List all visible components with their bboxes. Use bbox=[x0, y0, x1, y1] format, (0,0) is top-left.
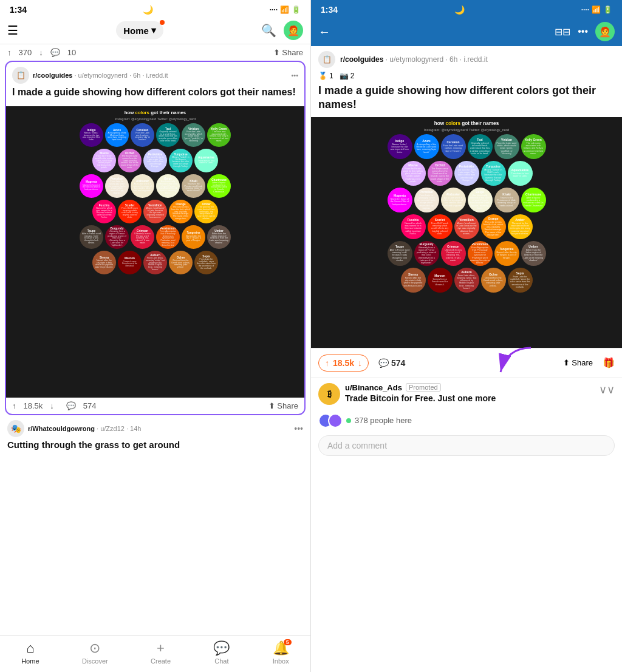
nav-discover[interactable]: ⊙ Discover bbox=[82, 640, 108, 665]
nav-create[interactable]: + Create bbox=[151, 640, 171, 665]
header-actions: ⊟⊟ ••• 🧑‍🦰 bbox=[555, 22, 615, 41]
right-battery-icon: 🔋 bbox=[603, 5, 612, 14]
right-subreddit[interactable]: r/coolguides bbox=[340, 55, 383, 64]
award1-count: 1 bbox=[329, 72, 333, 80]
right-subreddit-icon: 📋 bbox=[318, 51, 335, 68]
post-time: · 6h · bbox=[129, 72, 146, 79]
right-post-image: how colors got their namesInstagram: @et… bbox=[311, 117, 622, 348]
wifi-icon: 📶 bbox=[280, 5, 289, 14]
avatar[interactable]: 🧑‍🦰 bbox=[284, 21, 303, 40]
right-post-title: I made a guide showing how different col… bbox=[311, 81, 622, 117]
subreddit-name[interactable]: r/coolguides bbox=[33, 72, 72, 79]
discover-icon: ⊙ bbox=[89, 640, 100, 656]
upvote-icon[interactable]: ↑ bbox=[7, 48, 12, 57]
more-options-icon[interactable]: ••• bbox=[578, 26, 588, 37]
comment-input[interactable]: Add a comment bbox=[318, 435, 615, 456]
award2-icon: 📷 bbox=[340, 72, 349, 80]
vote-score-top: 370 bbox=[19, 48, 32, 57]
right-source: i.redd.it bbox=[463, 55, 487, 64]
comment-icon-top: 💬 bbox=[50, 48, 60, 57]
menu-icon[interactable]: ☰ bbox=[7, 23, 18, 38]
nav-home-label: Home bbox=[21, 657, 39, 665]
second-time: · 14h bbox=[126, 425, 141, 432]
upvote-bottom[interactable]: ↑ bbox=[12, 401, 16, 410]
nav-chat[interactable]: 💬 Chat bbox=[213, 640, 230, 665]
nav-inbox-label: Inbox bbox=[273, 657, 289, 665]
right-status-icons: ···· 📶 🔋 bbox=[581, 5, 612, 14]
sponsored-post: ₿ u/Binance_Ads Promoted Trade Bitcoin f… bbox=[311, 378, 622, 410]
post-image: how colors got their namesInstagram: @et… bbox=[6, 106, 304, 398]
right-moon-icon: 🌙 bbox=[454, 5, 465, 15]
right-comment-count: 💬 574 bbox=[378, 358, 405, 368]
right-vote-section: ↑ 18.5k ↓ 💬 574 ⬆ Share 🎁 bbox=[311, 348, 622, 378]
sponsor-name: u/Binance_Ads bbox=[345, 383, 402, 392]
back-button[interactable]: ← bbox=[318, 25, 330, 39]
subreddit-icon: 📋 bbox=[12, 67, 29, 84]
left-moon-icon: 🌙 bbox=[143, 5, 153, 15]
second-post-meta: 🎭 r/Whatcouldgowrong · u/Zzd12 · 14h ••• bbox=[7, 420, 303, 437]
right-status-bar: 1:34 🌙 ···· 📶 🔋 bbox=[311, 0, 622, 17]
second-user: · u/Zzd12 bbox=[97, 425, 125, 432]
online-count: 378 people here bbox=[355, 416, 412, 425]
nav-inbox[interactable]: 🔔 5 Inbox bbox=[273, 640, 289, 665]
left-time: 1:34 bbox=[10, 5, 27, 15]
left-panel: 1:34 🌙 ···· 📶 🔋 ☰ Home ▾ 🔍 🧑‍🦰 ↑ 370 ↓ 💬… bbox=[0, 0, 311, 672]
filter-icon[interactable]: ⊟⊟ bbox=[555, 26, 570, 38]
main-post-card[interactable]: 📋 r/coolguides · u/etymologynerd · 6h · … bbox=[5, 61, 306, 415]
nav-home[interactable]: ⌂ Home bbox=[21, 640, 39, 665]
left-status-bar: 1:34 🌙 ···· 📶 🔋 bbox=[0, 0, 310, 17]
second-subreddit[interactable]: r/Whatcouldgowrong bbox=[28, 425, 95, 432]
left-status-icons: ···· 📶 🔋 bbox=[270, 5, 301, 14]
sponsored-title: Trade Bitcoin for Free. Just one more bbox=[345, 393, 594, 403]
right-wifi-icon: 📶 bbox=[592, 5, 601, 14]
second-post-title: Cutting through the grass to get around bbox=[7, 440, 303, 450]
right-score: 18.5k bbox=[333, 358, 354, 368]
home-label: Home bbox=[123, 25, 149, 36]
second-post[interactable]: 🎭 r/Whatcouldgowrong · u/Zzd12 · 14h •••… bbox=[0, 415, 310, 455]
nav-discover-label: Discover bbox=[82, 657, 108, 665]
comment-count-bottom: 574 bbox=[83, 401, 97, 410]
chat-icon: 💬 bbox=[213, 640, 230, 656]
online-users-bar: 378 people here bbox=[311, 410, 622, 432]
notification-dot bbox=[160, 20, 165, 25]
top-vote-bar: ↑ 370 ↓ 💬 10 ⬆ Share bbox=[0, 44, 310, 61]
score-bottom: 18.5k bbox=[24, 401, 43, 410]
home-icon: ⌂ bbox=[26, 640, 34, 656]
share-bottom[interactable]: ⬆ Share bbox=[268, 401, 298, 410]
second-more-icon[interactable]: ••• bbox=[294, 424, 303, 433]
collapse-button[interactable]: ∨∨ bbox=[599, 383, 615, 396]
right-top-nav: ← ⊟⊟ ••• 🧑‍🦰 bbox=[311, 17, 622, 46]
right-user: · u/etymologynerd bbox=[386, 55, 443, 64]
search-icon[interactable]: 🔍 bbox=[261, 23, 276, 38]
downvote-bottom[interactable]: ↓ bbox=[50, 401, 54, 410]
second-post-avatar: 🎭 bbox=[7, 420, 24, 437]
comment-count-top: 10 bbox=[67, 48, 76, 57]
binance-logo: ₿ bbox=[318, 383, 340, 405]
gift-button[interactable]: 🎁 bbox=[603, 357, 615, 368]
post-title: I made a guide showing how different col… bbox=[12, 86, 298, 99]
online-dot bbox=[346, 418, 351, 423]
award-1: 🏅 1 bbox=[318, 72, 333, 80]
purple-arrow-indicator bbox=[494, 345, 543, 384]
right-post-meta: 📋 r/coolguides · u/etymologynerd · 6h · … bbox=[311, 46, 622, 70]
home-button[interactable]: Home ▾ bbox=[116, 21, 163, 39]
post-actions-bottom: ↑ 18.5k ↓ 💬 574 ⬆ Share bbox=[6, 398, 304, 414]
share-button-top[interactable]: ⬆ Share bbox=[273, 48, 303, 57]
more-options-icon[interactable]: ••• bbox=[291, 72, 298, 79]
chevron-down-icon: ▾ bbox=[151, 25, 156, 36]
signal-icon: ···· bbox=[270, 5, 278, 14]
vote-pill[interactable]: ↑ 18.5k ↓ bbox=[318, 355, 369, 372]
nav-inbox-badge: 5 bbox=[284, 639, 292, 645]
comment-placeholder: Add a comment bbox=[327, 441, 387, 450]
create-icon: + bbox=[157, 640, 165, 656]
post-meta: 📋 r/coolguides · u/etymologynerd · 6h · … bbox=[12, 67, 298, 84]
post-source: i.redd.it bbox=[146, 72, 168, 79]
battery-icon: 🔋 bbox=[292, 5, 301, 14]
right-upvote-icon: ↑ bbox=[325, 358, 329, 368]
downvote-icon[interactable]: ↓ bbox=[39, 48, 43, 57]
right-signal-icon: ···· bbox=[581, 5, 589, 14]
right-share-button[interactable]: ⬆ Share bbox=[563, 358, 593, 367]
right-avatar[interactable]: 🧑‍🦰 bbox=[595, 22, 615, 41]
award2-count: 2 bbox=[350, 72, 355, 80]
award-2: 📷 2 bbox=[340, 72, 355, 80]
